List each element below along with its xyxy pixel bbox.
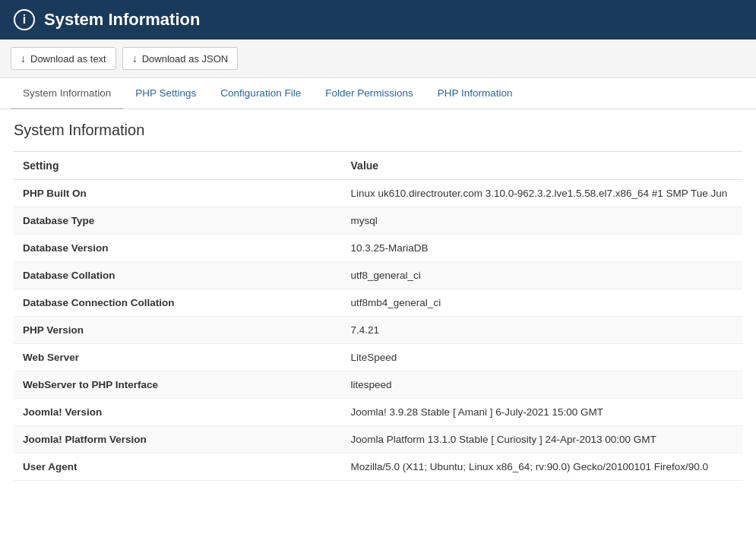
value-cell: mysql xyxy=(342,207,742,235)
table-row: Database Typemysql xyxy=(14,207,742,235)
tab-folder-permissions[interactable]: Folder Permissions xyxy=(313,78,425,109)
value-cell: utf8_general_ci xyxy=(342,262,742,289)
value-cell: utf8mb4_general_ci xyxy=(342,289,742,317)
header-title: System Information xyxy=(44,10,200,30)
setting-cell: PHP Built On xyxy=(14,180,342,207)
table-row: Joomla! VersionJoomla! 3.9.28 Stable [ A… xyxy=(14,399,742,426)
value-cell: Mozilla/5.0 (X11; Ubuntu; Linux x86_64; … xyxy=(342,453,742,481)
download-text-label: Download as text xyxy=(30,53,106,65)
download-json-icon: ↓ xyxy=(132,52,138,65)
setting-cell: Database Type xyxy=(14,207,342,235)
page-header: i System Information xyxy=(0,0,756,39)
value-cell: 10.3.25-MariaDB xyxy=(342,235,742,262)
value-cell: 7.4.21 xyxy=(342,317,742,344)
download-json-label: Download as JSON xyxy=(142,53,228,65)
value-cell: litespeed xyxy=(342,371,742,399)
tab-configuration-file[interactable]: Configuration File xyxy=(208,78,313,109)
download-text-icon: ↓ xyxy=(21,52,26,65)
table-row: Joomla! Platform VersionJoomla Platform … xyxy=(14,426,742,453)
section-title: System Information xyxy=(14,122,742,139)
setting-cell: Web Server xyxy=(14,344,342,371)
toolbar: ↓ Download as text ↓ Download as JSON xyxy=(0,39,756,78)
tab-php-information[interactable]: PHP Information xyxy=(425,78,525,109)
tab-system-information[interactable]: System Information xyxy=(11,78,123,109)
table-row: Web ServerLiteSpeed xyxy=(14,344,742,371)
info-icon: i xyxy=(14,9,35,30)
setting-cell: Database Connection Collation xyxy=(14,289,342,317)
value-cell: Joomla! 3.9.28 Stable [ Amani ] 6-July-2… xyxy=(342,399,742,426)
table-row: Database Collationutf8_general_ci xyxy=(14,262,742,289)
value-cell: Linux uk610.directrouter.com 3.10.0-962.… xyxy=(342,180,742,207)
setting-cell: Database Version xyxy=(14,235,342,262)
table-row: PHP Built OnLinux uk610.directrouter.com… xyxy=(14,180,742,207)
col-setting: Setting xyxy=(14,152,342,180)
value-cell: Joomla Platform 13.1.0 Stable [ Curiosit… xyxy=(342,426,742,453)
setting-cell: Database Collation xyxy=(14,262,342,289)
table-row: Database Version10.3.25-MariaDB xyxy=(14,235,742,262)
tab-php-settings[interactable]: PHP Settings xyxy=(123,78,208,109)
col-value: Value xyxy=(342,152,742,180)
table-row: Database Connection Collationutf8mb4_gen… xyxy=(14,289,742,317)
table-header-row: Setting Value xyxy=(14,152,742,180)
setting-cell: Joomla! Platform Version xyxy=(14,426,342,453)
download-text-button[interactable]: ↓ Download as text xyxy=(11,47,116,70)
setting-cell: PHP Version xyxy=(14,317,342,344)
system-info-table: Setting Value PHP Built OnLinux uk610.di… xyxy=(14,151,742,481)
setting-cell: User Agent xyxy=(14,453,342,481)
main-content: System Information Setting Value PHP Bui… xyxy=(0,109,756,493)
download-json-button[interactable]: ↓ Download as JSON xyxy=(122,47,238,70)
table-row: WebServer to PHP Interfacelitespeed xyxy=(14,371,742,399)
setting-cell: WebServer to PHP Interface xyxy=(14,371,342,399)
setting-cell: Joomla! Version xyxy=(14,399,342,426)
value-cell: LiteSpeed xyxy=(342,344,742,371)
tab-bar: System Information PHP Settings Configur… xyxy=(0,78,756,109)
table-row: User AgentMozilla/5.0 (X11; Ubuntu; Linu… xyxy=(14,453,742,481)
table-row: PHP Version7.4.21 xyxy=(14,317,742,344)
